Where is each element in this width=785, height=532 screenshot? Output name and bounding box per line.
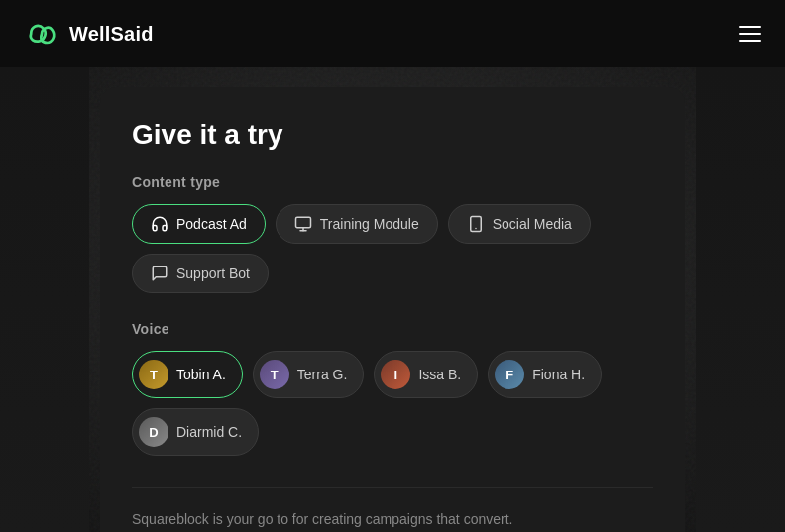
hamburger-line-2 xyxy=(739,33,761,35)
training-module-label: Training Module xyxy=(320,216,419,232)
headphones-icon xyxy=(151,215,168,233)
voice-terra-g[interactable]: T Terra G. xyxy=(253,351,365,398)
voice-fiona-label: Fiona H. xyxy=(532,367,585,382)
voice-issa-b[interactable]: I Issa B. xyxy=(374,351,478,398)
chat-icon xyxy=(151,265,168,282)
monitor-icon xyxy=(294,215,312,233)
voice-tobin-label: Tobin A. xyxy=(176,367,226,382)
content-type-training-module[interactable]: Training Module xyxy=(276,204,438,244)
footer-line-1: Squareblock is your go to for creating c… xyxy=(132,511,512,527)
voice-section: Voice T Tobin A. T Terra G. I Issa B. xyxy=(132,321,653,456)
content-type-social-media[interactable]: Social Media xyxy=(448,204,591,244)
card-title: Give it a try xyxy=(132,119,653,151)
avatar-terra: T xyxy=(260,360,289,389)
social-media-label: Social Media xyxy=(493,216,572,232)
hamburger-menu-button[interactable] xyxy=(739,26,761,42)
voice-issa-label: Issa B. xyxy=(418,367,461,382)
content-type-label: Content type xyxy=(132,174,653,190)
logo-container: WellSaid xyxy=(24,16,154,52)
avatar-issa: I xyxy=(381,360,410,389)
app-header: WellSaid xyxy=(0,0,785,67)
voice-diarmid-c[interactable]: D Diarmid C. xyxy=(132,408,259,456)
svg-rect-0 xyxy=(295,217,310,228)
voice-grid: T Tobin A. T Terra G. I Issa B. F Fiona … xyxy=(132,351,653,456)
hamburger-line-1 xyxy=(739,26,761,28)
footer-text: Squareblock is your go to for creating c… xyxy=(132,487,653,532)
support-bot-label: Support Bot xyxy=(176,266,250,281)
avatar-tobin: T xyxy=(139,360,168,389)
phone-icon xyxy=(467,215,485,233)
voice-diarmid-label: Diarmid C. xyxy=(176,424,242,440)
content-type-support-bot[interactable]: Support Bot xyxy=(132,254,269,293)
logo-text: WellSaid xyxy=(69,23,154,46)
podcast-ad-label: Podcast Ad xyxy=(176,216,247,232)
voice-tobin-a[interactable]: T Tobin A. xyxy=(132,351,243,398)
content-type-podcast-ad[interactable]: Podcast Ad xyxy=(132,204,266,244)
voice-terra-label: Terra G. xyxy=(297,367,348,382)
voice-fiona-h[interactable]: F Fiona H. xyxy=(488,351,602,398)
hamburger-line-3 xyxy=(739,40,761,42)
avatar-diarmid: D xyxy=(139,417,168,447)
content-type-grid: Podcast Ad Training Module xyxy=(132,204,653,293)
try-it-card: Give it a try Content type Podcast Ad xyxy=(100,87,685,532)
avatar-fiona: F xyxy=(495,360,524,389)
main-content: Give it a try Content type Podcast Ad xyxy=(0,67,785,532)
voice-label: Voice xyxy=(132,321,653,337)
wellsaid-logo-icon xyxy=(24,16,59,52)
